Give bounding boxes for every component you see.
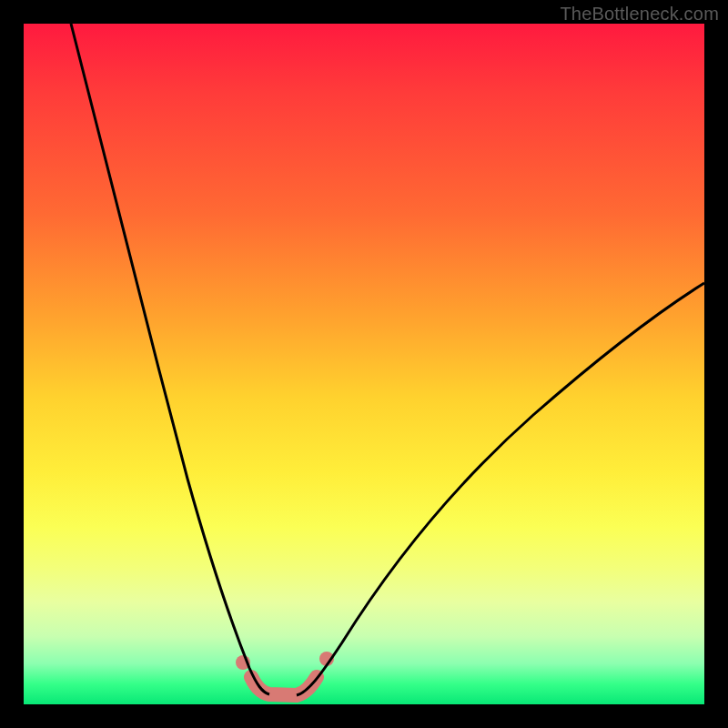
- curve-right: [297, 283, 704, 695]
- plot-area: [24, 24, 704, 704]
- trough-band: [251, 677, 317, 695]
- curve-left: [71, 24, 269, 694]
- chart-svg: [24, 24, 704, 704]
- chart-frame: TheBottleneck.com: [0, 0, 728, 728]
- watermark-text: TheBottleneck.com: [560, 4, 719, 25]
